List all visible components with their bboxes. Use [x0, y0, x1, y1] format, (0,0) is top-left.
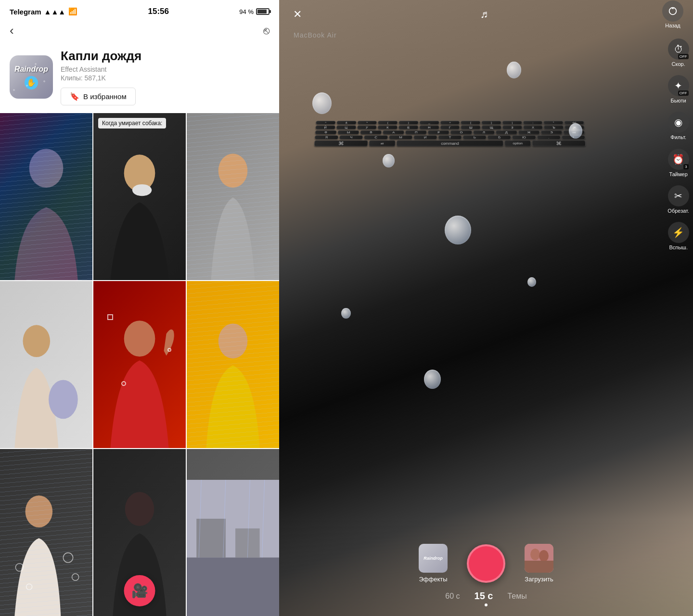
effect-icon: Raindrop ✋: [10, 55, 53, 99]
key-caret: ^: [316, 121, 335, 124]
grid-cell-6[interactable]: [0, 449, 92, 616]
camera-music-button[interactable]: ♬: [480, 8, 488, 21]
key-close-paren: ): [399, 121, 419, 124]
svg-point-2: [132, 184, 152, 196]
toolbar-speed-label: Скор.: [672, 61, 685, 67]
svg-rect-15: [196, 519, 226, 558]
grid-cell-3[interactable]: [0, 281, 92, 448]
key-cy-t: Т: [438, 135, 462, 139]
key-cy-zh: Ж: [518, 130, 540, 134]
key-cy-ch: Ч: [339, 135, 363, 139]
bubble-3: [121, 381, 126, 386]
key-dot: .: [537, 135, 561, 139]
toolbar-trim[interactable]: ✂ Обрезат.: [667, 185, 689, 214]
time-tab-60s[interactable]: 60 с: [445, 592, 460, 601]
key-amp: &: [336, 121, 356, 124]
battery-percent: 94 %: [239, 8, 254, 15]
rain-drops-decoration: [10, 55, 53, 99]
key-cy-o: О: [450, 130, 472, 134]
toolbar-beauty-label: Бьюти: [671, 98, 686, 104]
grid-cell-1[interactable]: Когда умирает собака:: [93, 113, 186, 280]
key-cy-v: В: [360, 130, 382, 134]
cell-5-rain: [187, 281, 279, 448]
key-cy-5: Е: [398, 126, 418, 129]
battery-fill: [257, 10, 267, 13]
toolbar-beauty[interactable]: ✦ OFF Бьюти: [668, 75, 689, 104]
grid-overlay-text-1: Когда умирает собака:: [98, 118, 166, 128]
key-cy-f: Ф: [315, 130, 337, 134]
toolbar-beauty-icon-wrap: ✦ OFF: [668, 75, 689, 96]
effect-creator: Effect Assistant: [61, 65, 270, 73]
toolbar-timer-icon-wrap: ⏰ 3: [668, 149, 689, 170]
camera-top-right: Назад: [662, 0, 683, 28]
svg-point-13: [125, 492, 154, 526]
grid-cell-8[interactable]: [187, 449, 279, 616]
cell-7-content: 🎥: [93, 449, 186, 616]
key-cy-4: К: [378, 126, 398, 129]
camera-record-row: Raindrop Эффекты: [279, 544, 693, 583]
toolbar-flash-icon-wrap: ⚡: [668, 222, 689, 243]
grid-cell-5[interactable]: [187, 281, 279, 448]
back-button[interactable]: ‹: [10, 23, 14, 38]
signal-icon: ▲▲▲: [44, 8, 66, 16]
time-tab-themes[interactable]: Темы: [507, 592, 526, 601]
effects-icon-text: Raindrop: [424, 556, 443, 561]
cell-6-rain: [0, 449, 92, 616]
trim-icon: ✂: [674, 190, 682, 202]
camera-close-button[interactable]: ✕: [289, 6, 306, 23]
keyboard-area: ^ & * ( ) _ + { } | : " del Й Ц У К Е: [289, 121, 611, 491]
water-drop-4: [507, 62, 521, 78]
key-option-text: alt: [369, 141, 396, 147]
clock: 15:56: [148, 7, 169, 16]
time-tab-15s[interactable]: 15 с: [475, 590, 493, 602]
toolbar-timer[interactable]: ⏰ 3 Таймер: [668, 149, 689, 178]
cell-8-content: [187, 449, 279, 616]
grid-cell-0[interactable]: [0, 113, 92, 280]
key-cy-3: У: [357, 126, 377, 129]
tab-dot-indicator: [485, 603, 488, 606]
record-button-overlay[interactable]: 🎥: [124, 575, 155, 606]
favorite-button[interactable]: 🔖 В избранном: [61, 88, 136, 105]
rotate-icon: [667, 6, 678, 16]
key-cmd-right: ⌘: [532, 141, 586, 147]
cell-3-content: [0, 281, 92, 448]
key-cy-b: Б: [488, 135, 511, 139]
camera-record-button[interactable]: [467, 544, 505, 583]
timer-badge: 3: [683, 164, 688, 169]
camera-background: ^ & * ( ) _ + { } | : " del Й Ц У К Е: [279, 0, 693, 616]
beauty-badge: OFF: [678, 90, 689, 96]
grid-cell-2[interactable]: [187, 113, 279, 280]
right-panel: ^ & * ( ) _ + { } | : " del Й Ц У К Е: [279, 0, 693, 616]
key-cy-a: А: [383, 130, 404, 134]
camera-back-label: Назад: [665, 23, 680, 28]
bubble-1: [107, 314, 113, 320]
svg-rect-26: [525, 561, 553, 573]
nav-bar: ‹ ⎋: [0, 21, 279, 44]
person-svg-4: [93, 281, 186, 448]
svg-point-6: [124, 321, 155, 357]
grid-cell-4[interactable]: [93, 281, 186, 448]
key-command: command: [397, 141, 503, 147]
wifi-icon: 📶: [68, 7, 77, 16]
effect-info: Капли дождя Effect Assistant Клипы: 587,…: [61, 49, 270, 105]
cell-6-content: [0, 449, 92, 616]
toolbar-trim-icon-wrap: ✂: [668, 185, 689, 206]
camera-effects-button[interactable]: Raindrop Эффекты: [419, 544, 448, 583]
toolbar-flash[interactable]: ⚡ Вспыш.: [668, 222, 689, 251]
camera-flip-button[interactable]: [662, 0, 683, 22]
cell-2-rain: [187, 113, 279, 280]
key-cy-enter: ret: [563, 130, 585, 134]
key-cy-r: Р: [428, 130, 449, 134]
key-colon: :: [523, 121, 543, 124]
effect-title: Капли дождя: [61, 49, 270, 64]
person-svg-3: [0, 281, 92, 448]
toolbar-speed[interactable]: ⏱ OFF Скор.: [668, 38, 689, 67]
key-cy-8: Ш: [461, 126, 481, 129]
key-cy-m: М: [389, 135, 412, 139]
grid-cell-7[interactable]: 🎥: [93, 449, 186, 616]
share-button[interactable]: ⎋: [263, 25, 270, 37]
toolbar-filter[interactable]: ◉ Фильт.: [668, 112, 689, 141]
camera-upload-button[interactable]: Загрузить: [525, 544, 553, 583]
cell-4-content: [93, 281, 186, 448]
status-bar: Telegram ▲▲▲ 📶 15:56 94 %: [0, 0, 279, 21]
